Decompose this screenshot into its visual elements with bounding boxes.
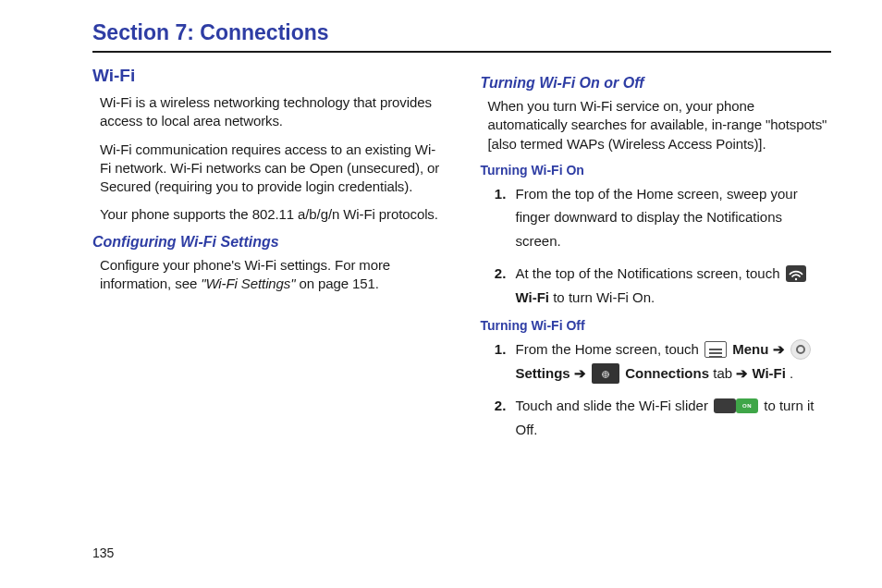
steps-list: From the top of the Home screen, sweep y… bbox=[494, 182, 832, 310]
heading-configuring: Configuring Wi-Fi Settings bbox=[92, 234, 444, 251]
step-item: At the top of the Notifications screen, … bbox=[510, 262, 832, 309]
paragraph: Configure your phone's Wi-Fi settings. F… bbox=[100, 256, 444, 294]
page-number: 135 bbox=[92, 545, 114, 560]
right-column: Turning Wi-Fi On or Off When you turn Wi… bbox=[481, 66, 832, 450]
paragraph: Wi-Fi is a wireless networking technolog… bbox=[100, 93, 444, 131]
heading-turning-on: Turning Wi-Fi On bbox=[481, 163, 832, 178]
heading-wifi: Wi-Fi bbox=[92, 66, 444, 86]
label-connections: Connections bbox=[625, 365, 709, 381]
heading-turning-off: Turning Wi-Fi Off bbox=[481, 318, 832, 333]
paragraph: Your phone supports the 802.11 a/b/g/n W… bbox=[100, 205, 444, 224]
section-title: Section 7: Connections bbox=[92, 20, 831, 45]
text: From the top of the Home screen, sweep y… bbox=[516, 186, 798, 249]
label-settings: Settings bbox=[516, 365, 570, 381]
slider-icon: ON bbox=[714, 398, 758, 413]
step-item: Touch and slide the Wi-Fi slider ON to t… bbox=[510, 394, 832, 441]
left-column: Wi-Fi Wi-Fi is a wireless networking tec… bbox=[92, 66, 444, 450]
text: tab bbox=[709, 365, 736, 381]
slider-knob bbox=[714, 398, 736, 413]
text: From the Home screen, touch bbox=[516, 341, 704, 357]
connections-icon bbox=[592, 363, 619, 384]
step-item: From the Home screen, touch Menu ➔ Setti… bbox=[510, 337, 832, 385]
settings-icon bbox=[790, 339, 811, 360]
heading-turning-onoff: Turning Wi-Fi On or Off bbox=[481, 75, 832, 92]
step-item: From the top of the Home screen, sweep y… bbox=[510, 182, 832, 253]
label-menu: Menu bbox=[732, 341, 768, 357]
paragraph: When you turn Wi-Fi service on, your pho… bbox=[488, 97, 832, 153]
arrow: ➔ bbox=[570, 365, 590, 381]
paragraph: Wi-Fi communication requires access to a… bbox=[100, 141, 444, 197]
wifi-icon bbox=[786, 265, 806, 282]
text: to turn Wi-Fi On. bbox=[549, 289, 655, 305]
section-divider bbox=[92, 51, 831, 53]
text: Touch and slide the Wi-Fi slider bbox=[516, 398, 713, 413]
text: At the top of the Notifications screen, … bbox=[516, 265, 784, 281]
label-wifi: Wi-Fi bbox=[516, 289, 550, 305]
menu-icon bbox=[704, 341, 727, 358]
text: on page 151. bbox=[295, 276, 378, 291]
text: . bbox=[786, 365, 793, 381]
cross-reference: "Wi-Fi Settings" bbox=[201, 276, 295, 291]
svg-point-0 bbox=[794, 278, 796, 280]
slider-on-label: ON bbox=[736, 398, 758, 413]
label-wifi: Wi-Fi bbox=[752, 365, 786, 381]
arrow: ➔ bbox=[768, 341, 788, 357]
steps-list: From the Home screen, touch Menu ➔ Setti… bbox=[494, 337, 832, 441]
arrow: ➔ bbox=[736, 365, 752, 381]
